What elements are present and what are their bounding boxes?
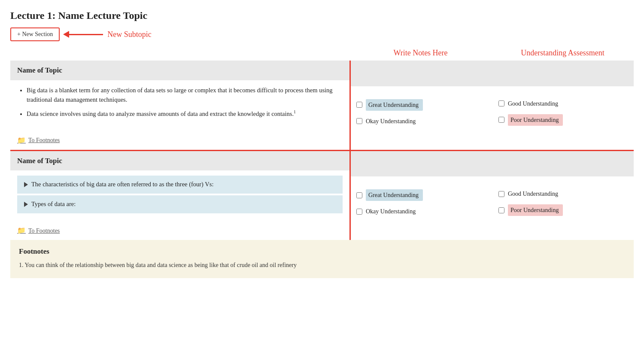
notes-col-2: Name of Topic The characteristics of big… — [10, 151, 349, 240]
section-row-1: Name of Topic Big data is a blanket term… — [10, 61, 634, 150]
okay-understanding-checkbox-2[interactable] — [356, 209, 362, 215]
okay-understanding-label-2: Okay Understanding — [366, 207, 416, 216]
bullet-list-1: Big data is a blanket term for any colle… — [17, 85, 343, 119]
assessment-body-left-1: Great Understanding Okay Understanding — [349, 86, 492, 150]
folder-icon-2: 📁 — [17, 225, 26, 236]
great-understanding-label-2: Great Understanding — [366, 189, 423, 201]
footnote-item-1: 1. You can think of the relationship bet… — [19, 261, 625, 270]
notes-body-2: The characteristics of big data are ofte… — [10, 170, 349, 222]
collapsible-text-1: The characteristics of big data are ofte… — [31, 180, 213, 189]
notes-col-1: Name of Topic Big data is a blanket term… — [10, 61, 349, 150]
new-section-button[interactable]: + New Section — [10, 27, 60, 41]
assessment-column-header: Understanding Assessment — [492, 46, 634, 61]
section-row-2: Name of Topic The characteristics of big… — [10, 151, 634, 240]
assessment-header-2 — [349, 151, 634, 177]
notes-body-1: Big data is a blanket term for any colle… — [10, 80, 349, 132]
good-understanding-label-2: Good Understanding — [508, 189, 558, 198]
good-understanding-checkbox-2[interactable] — [498, 191, 504, 197]
good-understanding-option-2[interactable]: Good Understanding — [498, 189, 627, 198]
good-understanding-option-1[interactable]: Good Understanding — [498, 99, 627, 108]
to-footnotes-link-2[interactable]: 📁 To Footnotes — [10, 222, 349, 240]
arrow-container — [63, 31, 103, 38]
assessment-col-2: Great Understanding Okay Understanding G… — [349, 151, 634, 240]
triangle-icon-1 — [24, 182, 28, 187]
great-understanding-label-1: Great Understanding — [366, 99, 423, 111]
list-item: Big data is a blanket term for any colle… — [27, 85, 343, 105]
main-content: Name of Topic Big data is a blanket term… — [10, 61, 634, 278]
good-understanding-label-1: Good Understanding — [508, 99, 558, 108]
assessment-body-left-2: Great Understanding Okay Understanding — [349, 176, 492, 240]
okay-understanding-checkbox-1[interactable] — [356, 118, 362, 124]
footnotes-title: Footnotes — [19, 246, 625, 257]
arrow-head-icon — [63, 31, 69, 38]
vertical-divider-2 — [349, 151, 351, 240]
page-title: Lecture 1: Name Lecture Topic — [10, 8, 634, 23]
collapsible-row-2[interactable]: Types of data are: — [17, 195, 343, 213]
topic-header-2: Name of Topic — [10, 151, 349, 171]
great-understanding-option-1[interactable]: Great Understanding — [356, 99, 485, 111]
collapsible-row-1[interactable]: The characteristics of big data are ofte… — [17, 176, 343, 194]
assessment-body-right-2: Good Understanding Poor Understanding — [492, 176, 634, 240]
okay-understanding-option-1[interactable]: Okay Understanding — [356, 117, 485, 126]
great-understanding-option-2[interactable]: Great Understanding — [356, 189, 485, 201]
page-wrapper: Lecture 1: Name Lecture Topic + New Sect… — [0, 0, 644, 278]
poor-understanding-label-2: Poor Understanding — [508, 204, 563, 216]
vertical-divider-1 — [349, 61, 351, 150]
to-footnotes-link-1[interactable]: 📁 To Footnotes — [10, 132, 349, 150]
poor-understanding-option-1[interactable]: Poor Understanding — [498, 114, 627, 126]
new-subtopic-label: New Subtopic — [107, 29, 152, 40]
column-headers: Write Notes Here Understanding Assessmen… — [10, 46, 634, 61]
list-item: Data science involves using data to anal… — [27, 109, 343, 118]
assessment-header-1 — [349, 61, 634, 86]
assessment-body-right-1: Good Understanding Poor Understanding — [492, 86, 634, 150]
arrow-line-icon — [69, 34, 103, 35]
good-understanding-checkbox-1[interactable] — [498, 100, 504, 106]
triangle-icon-2 — [24, 202, 28, 207]
collapsible-text-2: Types of data are: — [31, 200, 76, 209]
notes-column-header: Write Notes Here — [349, 46, 492, 61]
great-understanding-checkbox-1[interactable] — [356, 102, 362, 108]
folder-icon: 📁 — [17, 135, 26, 146]
great-understanding-checkbox-2[interactable] — [356, 192, 362, 198]
footnotes-section: Footnotes 1. You can think of the relati… — [10, 240, 634, 278]
assessment-col-1: Great Understanding Okay Understanding G… — [349, 61, 634, 150]
topic-header-1: Name of Topic — [10, 61, 349, 80]
poor-understanding-label-1: Poor Understanding — [508, 114, 563, 126]
poor-understanding-checkbox-2[interactable] — [498, 207, 504, 213]
poor-understanding-checkbox-1[interactable] — [498, 117, 504, 123]
okay-understanding-label-1: Okay Understanding — [366, 117, 416, 126]
okay-understanding-option-2[interactable]: Okay Understanding — [356, 207, 485, 216]
toolbar-row: + New Section New Subtopic — [10, 27, 634, 44]
poor-understanding-option-2[interactable]: Poor Understanding — [498, 204, 627, 216]
